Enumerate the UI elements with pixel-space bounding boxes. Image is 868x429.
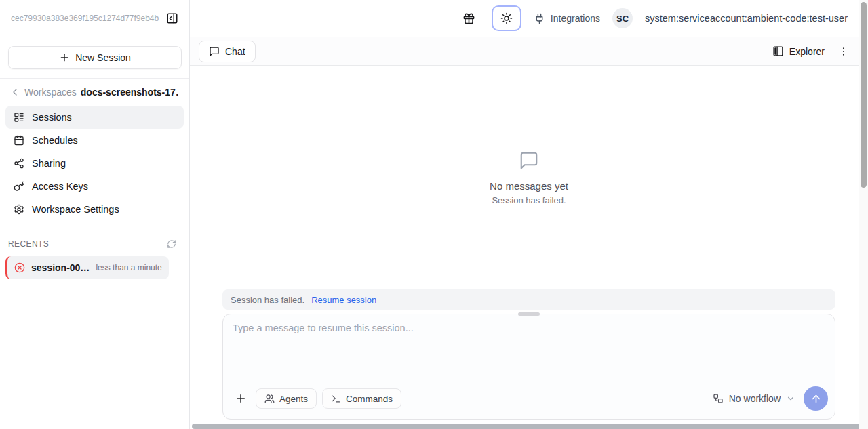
calendar-icon	[14, 135, 24, 146]
chat-bubble-icon	[519, 150, 539, 171]
panel-columns-icon	[772, 45, 784, 57]
explorer-button[interactable]: Explorer	[772, 45, 825, 57]
avatar[interactable]: SC	[612, 8, 633, 28]
recent-session-name: session-00…	[31, 262, 90, 273]
composer-wrap: Agents Commands	[222, 314, 835, 420]
commands-label: Commands	[346, 394, 393, 404]
app-window: cec79930a383e369f195c1274d77f9eb4bc3fa19	[0, 0, 868, 429]
body-layout: New Session Workspaces docs-screenshots-…	[0, 37, 868, 429]
session-hash: cec79930a383e369f195c1274d77f9eb4bc3fa19	[11, 14, 159, 23]
gear-icon	[14, 204, 24, 215]
attach-button[interactable]	[231, 389, 250, 408]
more-menu-button[interactable]	[835, 43, 852, 60]
account-name: system:serviceaccount:ambient-code:test-…	[645, 13, 848, 24]
recent-session-time: less than a minute	[96, 263, 161, 272]
banner-message: Session has failed.	[231, 295, 304, 305]
top-bar: cec79930a383e369f195c1274d77f9eb4bc3fa19	[0, 0, 868, 37]
sidebar-item-access-keys[interactable]: Access Keys	[5, 175, 184, 198]
back-chevron-button[interactable]	[9, 87, 20, 98]
tab-chat-label: Chat	[225, 46, 245, 57]
sidebar-item-label: Access Keys	[32, 181, 88, 192]
sidebar-item-schedules[interactable]: Schedules	[5, 129, 184, 152]
strip-right: Explorer	[772, 43, 852, 60]
top-bar-left: cec79930a383e369f195c1274d77f9eb4bc3fa19	[0, 0, 190, 37]
sidebar: New Session Workspaces docs-screenshots-…	[0, 37, 190, 429]
breadcrumb: Workspaces docs-screenshots-17…	[0, 79, 189, 104]
breadcrumb-workspaces[interactable]: Workspaces	[24, 87, 77, 98]
workflow-label: No workflow	[729, 393, 781, 404]
theme-toggle-button[interactable]	[492, 5, 521, 31]
recent-session-item[interactable]: session-00… less than a minute	[5, 256, 169, 279]
layout-list-icon	[14, 112, 24, 123]
empty-state: No messages yet Session has failed.	[490, 150, 568, 205]
message-composer: Agents Commands	[222, 314, 835, 420]
new-session-label: New Session	[75, 52, 131, 63]
share-icon	[14, 158, 24, 169]
vertical-scrollbar-thumb[interactable]	[861, 2, 867, 188]
new-session-button[interactable]: New Session	[8, 46, 182, 69]
sidebar-collapse-button[interactable]	[163, 9, 181, 27]
main-panel: Chat Explorer	[190, 37, 868, 429]
empty-title: No messages yet	[490, 180, 568, 192]
resize-handle[interactable]	[518, 312, 540, 316]
gift-icon	[462, 12, 475, 25]
agents-button[interactable]: Agents	[256, 388, 317, 409]
explorer-label: Explorer	[789, 46, 825, 57]
integrations-button[interactable]: Integrations	[534, 13, 600, 24]
send-button[interactable]	[804, 386, 828, 411]
plus-icon	[235, 392, 247, 405]
error-circle-icon	[14, 262, 25, 273]
recents-title: RECENTS	[8, 239, 49, 249]
users-icon	[264, 394, 275, 404]
toolbar-right: No workflow	[713, 386, 828, 411]
recents-header: RECENTS	[0, 230, 189, 255]
plus-icon	[59, 52, 70, 63]
tab-strip: Chat Explorer	[190, 37, 868, 66]
sidebar-nav: Sessions Schedules	[0, 104, 189, 221]
sidebar-item-label: Sharing	[32, 158, 66, 169]
sun-icon	[500, 12, 513, 24]
gift-button[interactable]	[459, 8, 479, 28]
top-bar-right: Integrations SC system:serviceaccount:am…	[190, 0, 868, 37]
refresh-icon	[167, 239, 176, 249]
key-icon	[14, 181, 24, 192]
empty-area: No messages yet Session has failed.	[190, 66, 868, 289]
sidebar-item-sessions[interactable]: Sessions	[5, 106, 184, 129]
sidebar-item-label: Workspace Settings	[32, 204, 119, 215]
sidebar-item-workspace-settings[interactable]: Workspace Settings	[5, 198, 184, 221]
sidebar-item-label: Schedules	[32, 135, 78, 146]
composer-toolbar: Agents Commands	[223, 386, 835, 419]
message-input[interactable]	[223, 314, 835, 386]
workflow-select[interactable]: No workflow	[713, 393, 795, 404]
kebab-menu-icon	[838, 46, 849, 57]
sidebar-item-label: Sessions	[32, 112, 72, 123]
terminal-icon	[331, 394, 341, 404]
refresh-recents-button[interactable]	[165, 237, 178, 251]
resume-session-link[interactable]: Resume session	[311, 295, 376, 305]
chevron-left-icon	[9, 87, 20, 98]
agents-label: Agents	[279, 394, 308, 404]
integrations-label: Integrations	[551, 13, 600, 24]
session-failed-banner: Session has failed. Resume session	[222, 289, 835, 310]
chevron-down-icon	[786, 394, 795, 403]
commands-button[interactable]: Commands	[322, 388, 401, 409]
composer-region: Session has failed. Resume session	[190, 289, 868, 420]
message-square-icon	[209, 46, 220, 57]
sidebar-item-sharing[interactable]: Sharing	[5, 152, 184, 175]
empty-subtitle: Session has failed.	[490, 195, 568, 205]
chat-content: No messages yet Session has failed. Sess…	[190, 66, 868, 429]
arrow-up-icon	[810, 393, 822, 405]
breadcrumb-workspace-name: docs-screenshots-17…	[81, 87, 178, 98]
horizontal-scrollbar[interactable]	[192, 424, 865, 429]
vertical-scrollbar-track[interactable]	[859, 0, 868, 429]
workflow-icon	[713, 393, 724, 404]
panel-collapse-icon	[166, 12, 178, 24]
tab-chat[interactable]: Chat	[199, 41, 256, 62]
plug-icon	[534, 13, 545, 24]
